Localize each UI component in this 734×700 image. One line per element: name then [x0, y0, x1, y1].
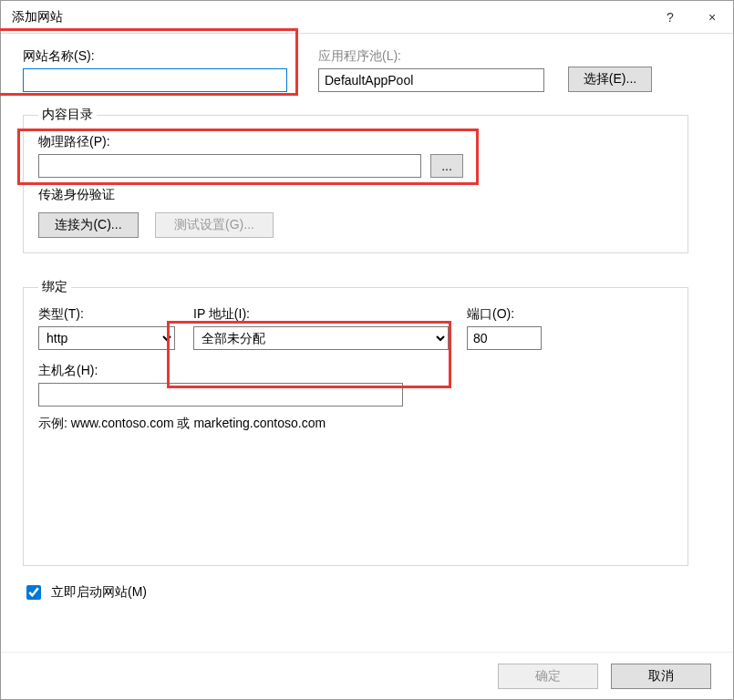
binding-host-label: 主机名(H):	[38, 363, 673, 379]
app-pool-label: 应用程序池(L):	[318, 48, 546, 65]
binding-port-input[interactable]	[467, 326, 542, 350]
physical-path-input[interactable]	[38, 154, 421, 178]
select-app-pool-button[interactable]: 选择(E)...	[568, 67, 652, 92]
close-button[interactable]: ×	[691, 1, 733, 34]
ok-button: 确定	[498, 664, 598, 689]
binding-ip-label: IP 地址(I):	[193, 306, 449, 323]
app-pool-input	[318, 68, 544, 92]
start-immediately-checkbox[interactable]	[26, 585, 41, 600]
content-directory-group: 内容目录 物理路径(P): ... 传递身份验证 连接为(C)... 测试设置(…	[23, 107, 688, 253]
physical-path-label: 物理路径(P):	[38, 134, 673, 150]
test-settings-button: 测试设置(G)...	[155, 212, 274, 238]
binding-host-input[interactable]	[38, 383, 403, 407]
passthrough-auth-label: 传递身份验证	[38, 187, 673, 203]
binding-ip-select[interactable]: 全部未分配	[193, 326, 449, 350]
add-website-dialog: 添加网站 ? × 网站名称(S): 应用程序池(L): 选择(E)... 内容目…	[0, 0, 734, 700]
start-immediately-label: 立即启动网站(M)	[51, 584, 147, 601]
binding-group: 绑定 类型(T): http IP 地址(I): 全部未分配 端口(O):	[23, 279, 688, 566]
dialog-footer: 确定 取消	[1, 652, 733, 699]
site-name-input[interactable]	[23, 68, 287, 92]
browse-path-button[interactable]: ...	[430, 154, 463, 178]
binding-port-label: 端口(O):	[467, 306, 549, 323]
window-title: 添加网站	[12, 9, 649, 26]
binding-host-example: 示例: www.contoso.com 或 marketing.contoso.…	[38, 416, 673, 432]
binding-type-label: 类型(T):	[38, 306, 175, 323]
connect-as-button[interactable]: 连接为(C)...	[38, 212, 139, 238]
binding-type-select[interactable]: http	[38, 326, 175, 350]
cancel-button[interactable]: 取消	[611, 664, 711, 689]
binding-legend: 绑定	[38, 279, 71, 295]
help-button[interactable]: ?	[649, 1, 691, 34]
title-bar: 添加网站 ? ×	[1, 1, 733, 34]
site-name-label: 网站名称(S):	[23, 48, 296, 65]
content-directory-legend: 内容目录	[38, 107, 97, 123]
